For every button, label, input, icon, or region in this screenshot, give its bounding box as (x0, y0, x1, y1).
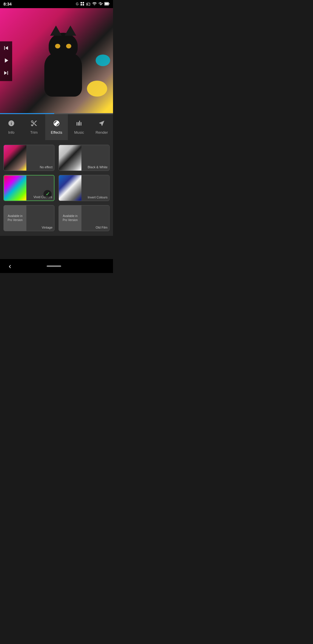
tab-music-label: Music (74, 130, 84, 135)
svg-rect-2 (81, 4, 82, 6)
tab-render-label: Render (96, 130, 108, 135)
effect-invert-colours-label: Invert Colours (88, 196, 108, 199)
effect-thumb-vintage: Available inPro Version (4, 205, 26, 231)
signal-icon (98, 1, 103, 7)
home-indicator[interactable] (47, 265, 61, 267)
play-button[interactable] (2, 57, 10, 66)
effect-no-effect-label: No effect (40, 165, 52, 169)
effect-old-film[interactable]: Available inPro Version Old Film (59, 205, 110, 231)
effect-vintage[interactable]: Available inPro Version Vintage (3, 205, 54, 231)
tab-effects-label: Effects (51, 130, 62, 135)
effect-thumb-normal (4, 145, 26, 171)
svg-rect-1 (83, 2, 84, 3)
tab-music[interactable]: Music (68, 114, 90, 140)
music-icon (76, 120, 83, 129)
tab-trim[interactable]: Trim (23, 114, 45, 140)
info-icon (8, 120, 15, 129)
tab-trim-label: Trim (30, 130, 38, 135)
video-preview (0, 8, 113, 114)
svg-rect-5 (105, 3, 108, 5)
effect-old-film-label: Old Film (96, 226, 108, 229)
video-thumbnail (0, 8, 113, 114)
status-bar: 8:34 G (0, 0, 113, 8)
tab-bar: Info Trim Effects Music Render (0, 114, 113, 140)
render-icon (98, 120, 105, 129)
tab-render[interactable]: Render (90, 114, 113, 140)
selected-checkmark: ✓ (43, 190, 52, 198)
svg-rect-0 (81, 2, 82, 3)
tab-info-label: Info (8, 130, 14, 135)
google-icon: G (76, 2, 79, 6)
teal-decoration (96, 55, 110, 66)
effect-thumb-bw (59, 145, 81, 171)
effect-thumb-old-film: Available inPro Version (59, 205, 81, 231)
spacer (0, 236, 113, 259)
effect-vivid-colours[interactable]: Vivid Colours ✓ (3, 175, 54, 201)
progress-fill (0, 113, 54, 114)
effects-icon (53, 120, 60, 129)
effects-grid: No effect Black & White Vivid Colours ✓ … (0, 140, 113, 236)
effect-black-white-label: Black & White (88, 165, 108, 169)
fast-forward-button[interactable] (2, 69, 10, 78)
rewind-button[interactable] (2, 44, 10, 53)
old-film-pro-text: Available inPro Version (63, 214, 78, 222)
effect-black-white[interactable]: Black & White (59, 145, 110, 171)
trim-icon (30, 120, 37, 129)
effect-thumb-vivid (4, 176, 26, 200)
cast-icon (86, 1, 91, 7)
effect-vintage-label: Vintage (42, 226, 52, 229)
status-icons: G (76, 1, 110, 7)
effect-no-effect[interactable]: No effect (3, 145, 54, 171)
back-button[interactable]: ‹ (9, 262, 11, 271)
vintage-pro-text: Available inPro Version (8, 214, 23, 222)
svg-rect-3 (83, 4, 84, 6)
toy-decoration (87, 81, 107, 97)
wifi-icon (92, 1, 97, 7)
bottom-navigation: ‹ (0, 259, 113, 273)
status-time: 8:34 (3, 2, 12, 6)
effect-thumb-invert (59, 175, 81, 201)
svg-rect-6 (109, 3, 110, 4)
battery-icon (104, 2, 110, 6)
effect-invert-colours[interactable]: Invert Colours (59, 175, 110, 201)
progress-bar[interactable] (0, 113, 113, 114)
app-icon (80, 1, 85, 7)
tab-effects[interactable]: Effects (45, 114, 68, 140)
tab-info[interactable]: Info (0, 114, 23, 140)
playback-controls (0, 41, 12, 81)
